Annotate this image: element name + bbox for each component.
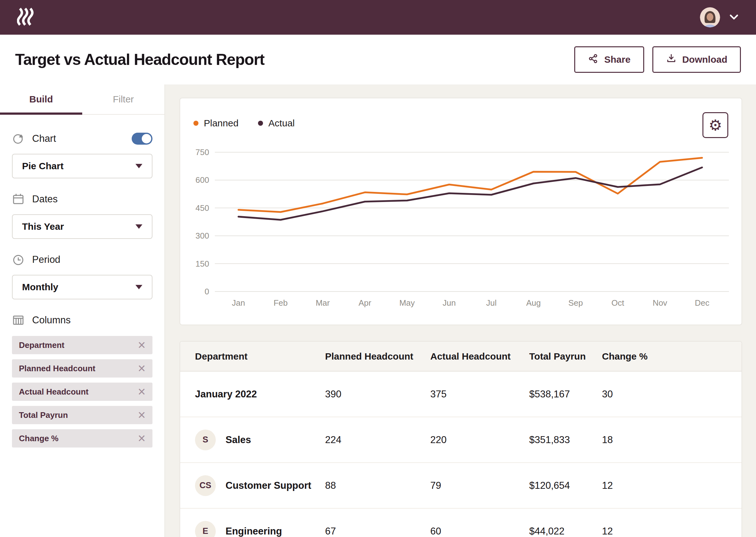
report-table-card: DepartmentPlanned HeadcountActual Headco…: [179, 341, 742, 537]
chart-toggle[interactable]: [132, 133, 152, 145]
table-body: January 2022390375$538,16730SSales224220…: [180, 372, 741, 537]
column-chip[interactable]: Total Payrun×: [12, 406, 152, 424]
department-initials-avatar: CS: [195, 475, 216, 496]
department-cell: EEngineering: [195, 521, 325, 537]
sidebar-tabs: BuildFilter: [0, 84, 165, 115]
x-axis-label: Jan: [232, 298, 245, 308]
caret-down-icon: [135, 285, 142, 289]
table-column-header: Department: [195, 351, 325, 362]
tab-filter[interactable]: Filter: [82, 84, 165, 114]
x-axis-label: Aug: [526, 298, 541, 308]
y-axis-tick-label: 600: [196, 175, 209, 185]
x-axis-label: Jun: [442, 298, 456, 308]
download-button[interactable]: Download: [652, 46, 741, 73]
department-name: Engineering: [226, 526, 282, 537]
table-row: SSales224220$351,83318: [180, 417, 741, 463]
x-axis-label: Nov: [653, 298, 667, 308]
download-button-label: Download: [682, 54, 727, 65]
table-row: EEngineering6760$44,02212: [180, 509, 741, 537]
department-name: January 2022: [195, 389, 257, 400]
actual-cell: 79: [430, 480, 529, 491]
actual-cell: 220: [430, 434, 529, 446]
remove-column-icon[interactable]: ×: [138, 408, 145, 422]
planned-line: [239, 158, 702, 212]
department-initials-avatar: E: [195, 521, 216, 537]
payrun-cell: $351,833: [529, 434, 602, 446]
remove-column-icon[interactable]: ×: [138, 339, 145, 352]
rippling-logo-icon[interactable]: [17, 8, 35, 27]
planned-cell: 88: [325, 480, 430, 491]
x-axis-label: Mar: [316, 298, 330, 308]
payrun-cell: $538,167: [529, 389, 602, 400]
legend-label: Planned: [204, 118, 239, 129]
table-header-row: DepartmentPlanned HeadcountActual Headco…: [180, 342, 741, 372]
y-axis-tick-label: 750: [196, 147, 209, 157]
column-chip-label: Actual Headcount: [19, 387, 89, 397]
tab-build[interactable]: Build: [0, 84, 82, 114]
column-chip[interactable]: Department×: [12, 336, 152, 354]
report-builder-sidebar: BuildFilter Chart Pie Chart: [0, 84, 165, 537]
column-chip[interactable]: Change %×: [12, 429, 152, 447]
payrun-cell: $44,022: [529, 526, 602, 537]
planned-cell: 224: [325, 434, 430, 446]
chart-settings-button[interactable]: ⚙: [702, 112, 728, 138]
department-cell: January 2022: [195, 389, 325, 400]
share-button[interactable]: Share: [574, 46, 644, 73]
remove-column-icon[interactable]: ×: [138, 362, 145, 375]
payrun-cell: $120,654: [529, 480, 602, 491]
chart-card: PlannedActual ⚙ 7506004503001500JanFebMa…: [179, 98, 742, 325]
x-axis-label: Sep: [568, 298, 583, 308]
gear-icon: ⚙: [708, 117, 722, 133]
table-column-header: Planned Headcount: [325, 351, 430, 362]
y-axis-tick-label: 0: [205, 287, 209, 296]
legend-dot-icon: [258, 121, 263, 126]
download-icon: [666, 53, 677, 66]
column-chip-label: Total Payrun: [19, 410, 68, 420]
x-axis-label: Apr: [359, 298, 371, 308]
column-chip[interactable]: Planned Headcount×: [12, 359, 152, 378]
department-name: Customer Support: [226, 480, 311, 491]
chevron-down-icon[interactable]: [729, 12, 739, 23]
change-cell: 12: [602, 526, 741, 537]
x-axis-label: Jul: [486, 298, 496, 308]
period-section-label: Period: [32, 254, 60, 265]
caret-down-icon: [135, 164, 142, 168]
period-value: Monthly: [22, 282, 58, 292]
chart-legend: PlannedActual: [193, 118, 295, 129]
change-cell: 30: [602, 389, 741, 400]
pie-chart-icon: [12, 132, 24, 145]
column-chips: Department×Planned Headcount×Actual Head…: [12, 336, 152, 447]
calendar-icon: [12, 193, 24, 205]
dates-select[interactable]: This Year: [12, 214, 152, 239]
table-row: CSCustomer Support8879$120,65412: [180, 463, 741, 509]
x-axis-label: Feb: [273, 298, 287, 308]
y-axis-tick-label: 450: [196, 203, 209, 213]
report-content: PlannedActual ⚙ 7506004503001500JanFebMa…: [165, 84, 756, 537]
share-icon: [588, 53, 598, 66]
user-avatar[interactable]: [700, 7, 720, 27]
table-group-row: January 2022390375$538,16730: [180, 372, 741, 417]
department-cell: SSales: [195, 430, 325, 450]
actual-line: [239, 167, 702, 220]
share-button-label: Share: [604, 54, 630, 65]
department-cell: CSCustomer Support: [195, 475, 325, 496]
department-initials-avatar: S: [195, 430, 216, 450]
chart-type-select[interactable]: Pie Chart: [12, 154, 152, 178]
dates-section-label: Dates: [32, 193, 57, 205]
caret-down-icon: [135, 225, 142, 229]
period-select[interactable]: Monthly: [12, 275, 152, 299]
column-chip[interactable]: Actual Headcount×: [12, 383, 152, 401]
table-column-header: Total Payrun: [529, 351, 602, 362]
columns-section-label: Columns: [32, 314, 71, 326]
dates-value: This Year: [22, 221, 64, 232]
legend-item-actual[interactable]: Actual: [258, 118, 294, 129]
remove-column-icon[interactable]: ×: [138, 432, 145, 445]
change-cell: 18: [602, 434, 741, 446]
legend-item-planned[interactable]: Planned: [193, 118, 239, 129]
column-chip-label: Planned Headcount: [19, 364, 95, 373]
y-axis-tick-label: 150: [196, 259, 209, 268]
top-navbar: [0, 0, 756, 35]
remove-column-icon[interactable]: ×: [138, 385, 145, 398]
x-axis-label: Dec: [695, 298, 709, 308]
chart-type-value: Pie Chart: [22, 161, 64, 171]
